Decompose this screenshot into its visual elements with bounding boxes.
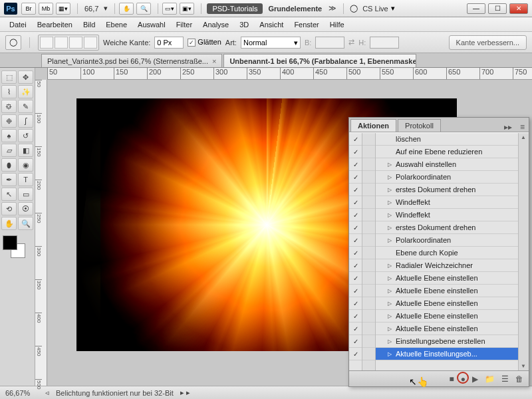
action-toggle[interactable]: ✓: [349, 323, 362, 335]
menu-hilfe[interactable]: Hilfe: [325, 19, 350, 31]
blur-tool[interactable]: ⬮: [1, 158, 17, 172]
tab-actions[interactable]: Aktionen: [350, 119, 396, 132]
lasso-tool[interactable]: ⌇: [1, 85, 17, 98]
action-dialog-toggle[interactable]: [362, 234, 375, 247]
action-dialog-toggle[interactable]: [362, 297, 375, 310]
style-select[interactable]: Normal▾: [241, 37, 301, 49]
menu-analyse[interactable]: Analyse: [198, 19, 234, 31]
action-toggle[interactable]: ✓: [349, 310, 362, 323]
action-item[interactable]: ▷Radialer Weichzeichner: [376, 259, 518, 272]
action-toggle[interactable]: ✓: [349, 285, 362, 297]
action-dialog-toggle[interactable]: [362, 133, 375, 146]
selection-add-icon[interactable]: [55, 37, 68, 49]
action-toggle[interactable]: ✓: [349, 272, 362, 285]
action-item[interactable]: ▷Polarkoordinaten: [376, 171, 518, 184]
action-dialog-toggle[interactable]: [362, 146, 375, 158]
gradient-tool[interactable]: ◧: [18, 144, 33, 157]
selection-new-icon[interactable]: [40, 37, 53, 49]
screenmode-icon[interactable]: ▣▾: [180, 3, 194, 15]
pen-tool[interactable]: ✒: [1, 173, 17, 186]
shape-tool[interactable]: ▭: [18, 188, 33, 201]
action-toggle[interactable]: ✓: [349, 184, 362, 196]
new-action-icon[interactable]: ☰: [501, 374, 509, 384]
view-extras-icon[interactable]: ▦▾: [56, 3, 70, 15]
minimize-button[interactable]: —: [467, 3, 485, 14]
action-toggle[interactable]: ✓: [349, 297, 362, 310]
marquee-tool[interactable]: ⬚: [1, 70, 17, 84]
action-dialog-toggle[interactable]: [362, 335, 375, 348]
menu-fenster[interactable]: Fenster: [289, 19, 324, 31]
hand-icon[interactable]: ✋: [119, 3, 134, 15]
action-toggle[interactable]: ✓: [349, 247, 362, 259]
action-item[interactable]: ▷Einstellungsebene erstellen: [376, 335, 518, 348]
antialias-checkbox[interactable]: ✓: [188, 39, 196, 47]
action-toggle[interactable]: ✓: [349, 234, 362, 247]
action-dialog-toggle[interactable]: [362, 348, 375, 360]
action-item[interactable]: ▷Aktuelle Ebene einstellen: [376, 272, 518, 285]
close-tab-icon[interactable]: ×: [212, 57, 216, 65]
wand-tool[interactable]: ✨: [18, 85, 33, 98]
stamp-tool[interactable]: ♠: [1, 129, 17, 142]
action-toggle[interactable]: ✓: [349, 196, 362, 209]
action-item[interactable]: ▷Aktuelle Ebene einstellen: [376, 310, 518, 323]
action-dialog-toggle[interactable]: [362, 171, 375, 184]
action-item[interactable]: ▷Polarkoordinaten: [376, 234, 518, 247]
action-dialog-toggle[interactable]: [362, 259, 375, 272]
eraser-tool[interactable]: ▱: [1, 144, 17, 157]
action-dialog-toggle[interactable]: [362, 221, 375, 234]
action-toggle[interactable]: ✓: [349, 146, 362, 158]
status-zoom[interactable]: 66,67%: [5, 389, 39, 397]
feather-input[interactable]: 0 Px: [154, 37, 184, 49]
tool-preset-icon[interactable]: ◯: [5, 35, 21, 50]
maximize-button[interactable]: ☐: [488, 3, 507, 14]
action-dialog-toggle[interactable]: [362, 196, 375, 209]
panel-collapse-icon[interactable]: ▸▸: [500, 122, 516, 132]
action-item[interactable]: ▷erstes Dokument drehen: [376, 184, 518, 196]
action-item[interactable]: ▷erstes Dokument drehen: [376, 221, 518, 234]
action-dialog-toggle[interactable]: [362, 272, 375, 285]
action-item[interactable]: löschen: [376, 133, 518, 146]
action-item[interactable]: ▷Aktuelle Ebene einstellen: [376, 323, 518, 335]
minibridge-icon[interactable]: Mb: [39, 3, 53, 15]
3dcam-tool[interactable]: ⦿: [18, 202, 33, 215]
action-dialog-toggle[interactable]: [362, 285, 375, 297]
menu-datei[interactable]: Datei: [4, 19, 32, 31]
text-tool[interactable]: T: [18, 173, 33, 186]
zoom-tool[interactable]: 🔍: [18, 217, 33, 230]
zoom-icon[interactable]: 🔍: [136, 3, 151, 15]
action-toggle[interactable]: ✓: [349, 259, 362, 272]
trash-icon[interactable]: 🗑: [515, 374, 523, 384]
crop-tool[interactable]: ⯐: [1, 100, 17, 113]
close-button[interactable]: ✕: [509, 3, 528, 14]
history-brush-tool[interactable]: ↺: [18, 129, 33, 142]
path-tool[interactable]: ↖: [1, 188, 17, 201]
menu-ansicht[interactable]: Ansicht: [254, 19, 289, 31]
dodge-tool[interactable]: ◉: [18, 158, 33, 172]
document-tab[interactable]: Unbenannt-1 bei 66,7% (Farbbalance 1, Eb…: [223, 54, 416, 67]
action-toggle[interactable]: ✓: [349, 335, 362, 348]
menu-bearbeiten[interactable]: Bearbeiten: [32, 19, 78, 31]
new-set-icon[interactable]: 📁: [485, 374, 495, 384]
action-toggle[interactable]: ✓: [349, 221, 362, 234]
menu-3d[interactable]: 3D: [234, 19, 254, 31]
menu-filter[interactable]: Filter: [171, 19, 198, 31]
action-item[interactable]: ▷Aktuelle Ebene einstellen: [376, 285, 518, 297]
bridge-icon[interactable]: Br: [21, 3, 36, 15]
cslive-label[interactable]: CS Live: [362, 5, 388, 13]
hand-tool[interactable]: ✋: [1, 217, 17, 230]
action-toggle[interactable]: ✓: [349, 133, 362, 146]
action-dialog-toggle[interactable]: [362, 209, 375, 221]
document-tab[interactable]: Planet_Variante3.psd bei 66,7% (Sternens…: [41, 54, 222, 67]
action-dialog-toggle[interactable]: [362, 310, 375, 323]
menu-ebene[interactable]: Ebene: [100, 19, 132, 31]
action-item[interactable]: ▷Aktuelle Einstellungseb...: [376, 348, 518, 360]
action-item[interactable]: Auf eine Ebene reduzieren: [376, 146, 518, 158]
action-dialog-toggle[interactable]: [362, 247, 375, 259]
menu-bild[interactable]: Bild: [78, 19, 100, 31]
action-dialog-toggle[interactable]: [362, 158, 375, 171]
foreground-swatch[interactable]: [3, 235, 17, 250]
workspace-pill[interactable]: PSD-Tutorials: [207, 3, 263, 14]
color-swatches[interactable]: [1, 234, 28, 261]
refine-edge-button[interactable]: Kante verbessern...: [449, 35, 527, 50]
move-tool[interactable]: ✥: [18, 70, 33, 84]
